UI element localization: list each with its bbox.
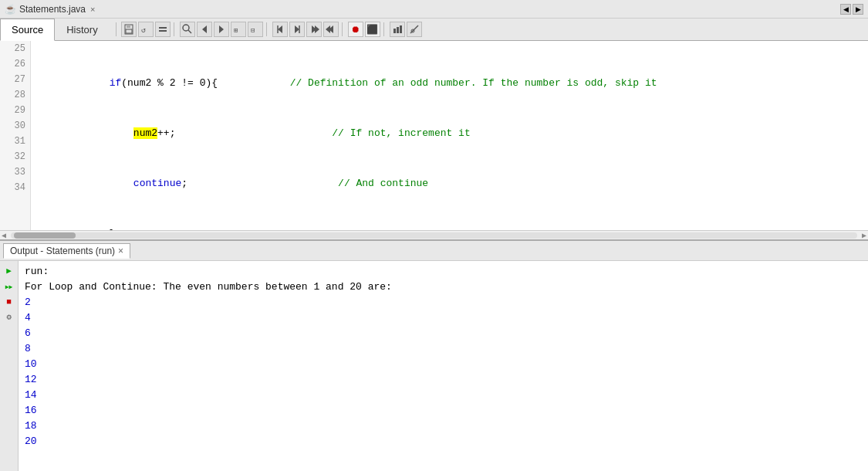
output-line-10: 10 <box>25 357 862 372</box>
play-icon <box>6 265 12 276</box>
run-forward-button[interactable] <box>3 280 15 292</box>
revert-button[interactable]: ↺ <box>138 22 154 37</box>
output-header: Output - Statements (run) × <box>0 241 868 261</box>
code-line-25: if(num2 % 2 != 0){ // Definition of an o… <box>37 76 868 91</box>
debug-icon <box>6 311 12 323</box>
nav4-button[interactable] <box>323 22 339 37</box>
svg-marker-8 <box>202 25 207 33</box>
output-line-20: 20 <box>25 434 862 449</box>
svg-line-7 <box>188 30 191 33</box>
output-tab[interactable]: Output - Statements (run) × <box>3 243 130 259</box>
output-tab-close[interactable]: × <box>118 246 123 256</box>
svg-marker-14 <box>295 25 299 33</box>
svg-rect-4 <box>159 27 167 29</box>
file-tab[interactable]: Statements.java <box>19 4 86 15</box>
fwd-nav-button[interactable] <box>289 22 305 37</box>
output-line-12: 12 <box>25 372 862 388</box>
separator-2 <box>266 22 269 36</box>
scrollbar-track[interactable] <box>11 232 857 239</box>
svg-rect-5 <box>159 30 167 32</box>
svg-marker-17 <box>315 25 319 33</box>
svg-marker-19 <box>326 25 330 33</box>
svg-point-6 <box>183 25 189 31</box>
save-button[interactable] <box>121 22 137 37</box>
nav-right-arrow[interactable]: ▶ <box>853 4 863 15</box>
line-num-32: 32 <box>0 149 30 164</box>
output-line-14: 14 <box>25 388 862 403</box>
stop-output-button[interactable] <box>3 295 15 307</box>
output-line-for-loop: For Loop and Continue: The even numbers … <box>25 280 862 295</box>
file-tab-close[interactable]: × <box>90 5 95 14</box>
nav3-button[interactable] <box>306 22 322 37</box>
run-button[interactable]: ⏺ <box>348 22 363 37</box>
scrollbar-thumb[interactable] <box>14 232 76 239</box>
line-num-29: 29 <box>0 103 30 118</box>
stop-icon <box>6 296 12 307</box>
svg-text:⊞: ⊞ <box>234 27 238 35</box>
svg-marker-12 <box>278 25 282 33</box>
svg-text:↺: ↺ <box>141 26 146 35</box>
code-line-26: num2++; // If not, increment it <box>37 126 868 141</box>
line-num-33: 33 <box>0 164 30 180</box>
nav-arrows: ◀ ▶ <box>840 4 863 15</box>
search-here-button[interactable]: ⊞ <box>231 22 246 37</box>
output-sidebar <box>0 261 19 471</box>
output-tab-label: Output - Statements (run) <box>10 246 115 256</box>
horizontal-scrollbar[interactable]: ◀ ▶ <box>0 230 868 239</box>
separator-1 <box>174 22 177 36</box>
debug-output-button[interactable] <box>3 310 15 323</box>
line-num-27: 27 <box>0 72 30 87</box>
output-line-16: 16 <box>25 403 862 418</box>
separator-3 <box>342 22 345 36</box>
stop-button[interactable]: ⬛ <box>365 22 380 37</box>
output-line-6: 6 <box>25 326 862 341</box>
nav-left-arrow[interactable]: ◀ <box>840 4 851 15</box>
output-body: run: For Loop and Continue: The even num… <box>0 261 868 471</box>
line-num-25: 25 <box>0 41 30 56</box>
play-forward-icon <box>5 280 13 292</box>
output-line-4: 4 <box>25 310 862 326</box>
svg-rect-22 <box>400 25 402 33</box>
code-scroll-area[interactable]: 25 26 27 28 29 30 31 32 33 34 if(num2 % … <box>0 41 868 230</box>
back-nav-button[interactable] <box>272 22 288 37</box>
line-num-28: 28 <box>0 87 30 103</box>
search-all-button[interactable]: ⊟ <box>248 22 263 37</box>
output-content[interactable]: run: For Loop and Continue: The even num… <box>19 261 868 471</box>
goto-next-button[interactable] <box>214 22 229 37</box>
output-panel: Output - Statements (run) × run: For Loo… <box>0 239 868 471</box>
line-num-31: 31 <box>0 134 30 149</box>
code-line-27: continue; // And continue <box>37 176 868 191</box>
output-line-8: 8 <box>25 341 862 357</box>
code-content[interactable]: if(num2 % 2 != 0){ // Definition of an o… <box>31 41 868 230</box>
chart1-button[interactable] <box>390 22 405 37</box>
output-line-run: run: <box>25 264 862 280</box>
svg-text:⊟: ⊟ <box>251 27 255 35</box>
bullet-button[interactable] <box>155 22 171 37</box>
goto-prev-button[interactable] <box>197 22 212 37</box>
chart2-button[interactable] <box>407 22 422 37</box>
svg-rect-2 <box>126 29 132 33</box>
line-num-30: 30 <box>0 118 30 134</box>
line-numbers: 25 26 27 28 29 30 31 32 33 34 <box>0 41 31 230</box>
output-line-18: 18 <box>25 418 862 434</box>
svg-marker-9 <box>219 25 224 33</box>
code-editor: 25 26 27 28 29 30 31 32 33 34 if(num2 % … <box>0 41 868 239</box>
java-file-icon: ☕ <box>5 4 16 15</box>
svg-rect-21 <box>397 27 399 33</box>
output-line-2: 2 <box>25 295 862 310</box>
line-num-34: 34 <box>0 180 30 195</box>
tab-history[interactable]: History <box>55 19 109 40</box>
title-bar: ☕ Statements.java × ◀ ▶ <box>0 0 868 19</box>
tab-source[interactable]: Source <box>0 19 55 41</box>
svg-rect-1 <box>127 25 130 28</box>
find-button[interactable] <box>180 22 195 37</box>
svg-rect-20 <box>393 29 396 33</box>
line-num-26: 26 <box>0 56 30 72</box>
separator-4 <box>383 22 387 36</box>
run-output-button[interactable] <box>3 264 15 276</box>
